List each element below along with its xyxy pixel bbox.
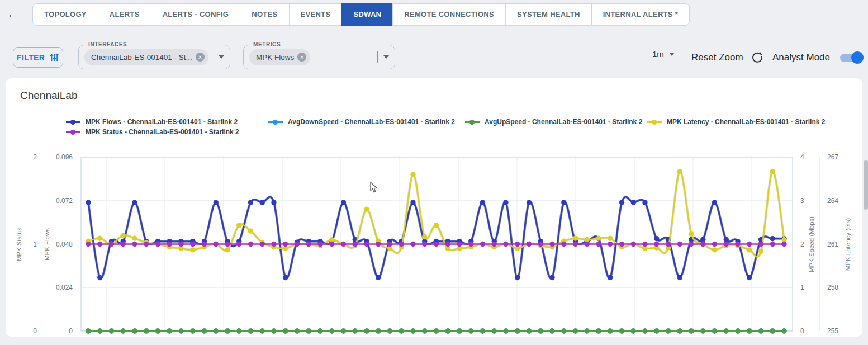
metric-chip-label: MPK Flows — [256, 53, 294, 62]
metrics-label: METRICS — [250, 41, 283, 48]
tab-remote-connections[interactable]: REMOTE CONNECTIONS — [392, 3, 506, 26]
legend-item-avgupspeed[interactable]: AvgUpSpeed - ChennaiLab-ES-001401 - Star… — [465, 118, 647, 126]
tab-internal-alerts[interactable]: INTERNAL ALERTS * — [591, 3, 690, 26]
legend-item-mpk-status[interactable]: MPK Status - ChennaiLab-ES-001401 - Star… — [66, 128, 268, 136]
remove-interface-icon[interactable]: × — [196, 53, 205, 62]
metrics-select[interactable]: METRICS MPK Flows × — [243, 45, 395, 69]
tune-icon — [50, 52, 59, 63]
tab-system-health[interactable]: SYSTEM HEALTH — [505, 3, 592, 26]
legend-marker — [66, 129, 80, 135]
tab-topology[interactable]: TOPOLOGY — [32, 3, 98, 26]
text-cursor — [377, 51, 378, 63]
remove-metric-icon[interactable]: × — [297, 53, 306, 62]
chart-legend: MPK Flows - ChennaiLab-ES-001401 - Starl… — [66, 118, 825, 136]
toggle-knob — [851, 51, 864, 64]
filter-button-label: FILTER — [17, 53, 45, 62]
chevron-down-icon — [383, 55, 389, 59]
chevron-down-icon — [669, 53, 675, 56]
tab-notes[interactable]: NOTES — [240, 3, 289, 26]
metric-chip[interactable]: MPK Flows × — [249, 49, 310, 65]
filter-button[interactable]: FILTER — [13, 47, 63, 68]
time-range-value: 1m — [652, 49, 664, 59]
analyst-mode-label: Analyst Mode — [772, 52, 830, 63]
tab-events[interactable]: EVENTS — [289, 3, 343, 26]
interfaces-select[interactable]: INTERFACES ChennaiLab-ES-001401 - St... … — [78, 45, 230, 69]
legend-label: MPK Flows - ChennaiLab-ES-001401 - Starl… — [86, 118, 238, 126]
legend-marker — [647, 119, 662, 125]
interface-chip-label: ChennaiLab-ES-001401 - St... — [91, 53, 192, 62]
refresh-icon[interactable] — [751, 51, 763, 64]
chart-title: ChennaiLab — [20, 89, 77, 102]
page: ← TOPOLOGYALERTSALERTS - CONFIGNOTESEVEN… — [0, 0, 868, 345]
legend-item-mpk-flows[interactable]: MPK Flows - ChennaiLab-ES-001401 - Starl… — [66, 118, 268, 126]
scrollbar-thumb[interactable] — [864, 160, 868, 210]
legend-marker — [268, 119, 283, 125]
legend-item-avgdownspeed[interactable]: AvgDownSpeed - ChennaiLab-ES-001401 - St… — [268, 118, 465, 126]
interfaces-label: INTERFACES — [86, 41, 130, 48]
time-range-select[interactable]: 1m — [652, 49, 685, 63]
legend-label: AvgDownSpeed - ChennaiLab-ES-001401 - St… — [288, 118, 455, 126]
legend-label: MPK Latency - ChennaiLab-ES-001401 - Sta… — [667, 118, 825, 126]
chevron-down-icon — [219, 55, 224, 59]
tab-bar: TOPOLOGYALERTSALERTS - CONFIGNOTESEVENTS… — [32, 3, 690, 26]
analyst-mode-toggle[interactable] — [840, 51, 864, 64]
chart-panel — [6, 78, 862, 337]
reset-zoom-button[interactable]: Reset Zoom — [691, 52, 743, 63]
tab-alerts[interactable]: ALERTS — [98, 3, 151, 26]
tab-alerts-config[interactable]: ALERTS - CONFIG — [151, 3, 241, 26]
back-button[interactable]: ← — [7, 6, 19, 22]
legend-label: AvgUpSpeed - ChennaiLab-ES-001401 - Star… — [485, 118, 642, 126]
legend-marker — [465, 119, 480, 125]
legend-label: MPK Status - ChennaiLab-ES-001401 - Star… — [86, 128, 239, 136]
interface-chip[interactable]: ChennaiLab-ES-001401 - St... × — [84, 49, 208, 65]
tab-sdwan[interactable]: SDWAN — [341, 3, 393, 26]
legend-marker — [66, 119, 80, 125]
legend-item-mpk-latency[interactable]: MPK Latency - ChennaiLab-ES-001401 - Sta… — [647, 118, 825, 126]
